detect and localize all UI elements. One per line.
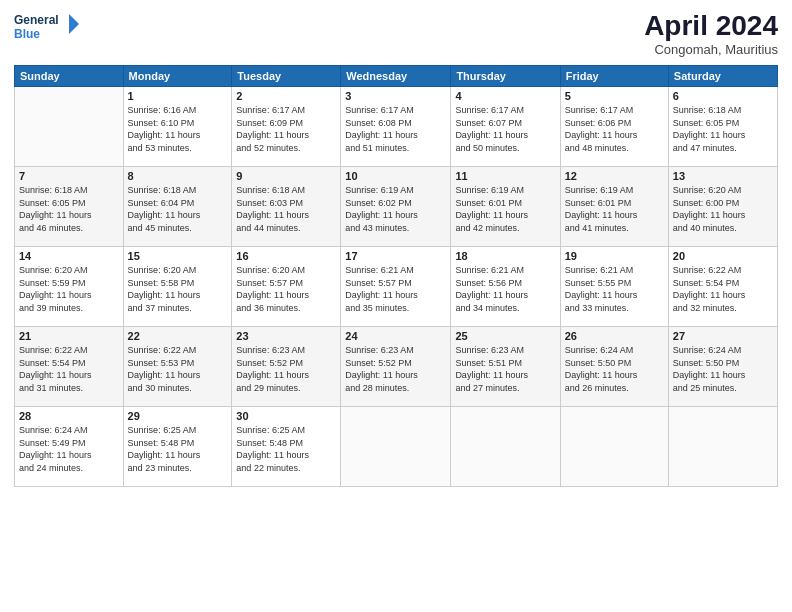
calendar-week-row: 14Sunrise: 6:20 AM Sunset: 5:59 PM Dayli… bbox=[15, 247, 778, 327]
day-info: Sunrise: 6:22 AM Sunset: 5:54 PM Dayligh… bbox=[673, 264, 773, 314]
calendar-week-row: 1Sunrise: 6:16 AM Sunset: 6:10 PM Daylig… bbox=[15, 87, 778, 167]
day-number: 28 bbox=[19, 410, 119, 422]
svg-marker-0 bbox=[69, 14, 79, 34]
day-header-monday: Monday bbox=[123, 66, 232, 87]
day-header-sunday: Sunday bbox=[15, 66, 124, 87]
day-info: Sunrise: 6:22 AM Sunset: 5:53 PM Dayligh… bbox=[128, 344, 228, 394]
calendar-cell: 12Sunrise: 6:19 AM Sunset: 6:01 PM Dayli… bbox=[560, 167, 668, 247]
day-info: Sunrise: 6:25 AM Sunset: 5:48 PM Dayligh… bbox=[128, 424, 228, 474]
day-header-friday: Friday bbox=[560, 66, 668, 87]
day-info: Sunrise: 6:24 AM Sunset: 5:50 PM Dayligh… bbox=[673, 344, 773, 394]
day-info: Sunrise: 6:17 AM Sunset: 6:07 PM Dayligh… bbox=[455, 104, 555, 154]
day-number: 29 bbox=[128, 410, 228, 422]
calendar-cell: 11Sunrise: 6:19 AM Sunset: 6:01 PM Dayli… bbox=[451, 167, 560, 247]
day-info: Sunrise: 6:17 AM Sunset: 6:06 PM Dayligh… bbox=[565, 104, 664, 154]
calendar-cell bbox=[15, 87, 124, 167]
calendar-cell: 22Sunrise: 6:22 AM Sunset: 5:53 PM Dayli… bbox=[123, 327, 232, 407]
calendar-week-row: 21Sunrise: 6:22 AM Sunset: 5:54 PM Dayli… bbox=[15, 327, 778, 407]
location: Congomah, Mauritius bbox=[644, 42, 778, 57]
day-info: Sunrise: 6:20 AM Sunset: 5:57 PM Dayligh… bbox=[236, 264, 336, 314]
calendar-week-row: 28Sunrise: 6:24 AM Sunset: 5:49 PM Dayli… bbox=[15, 407, 778, 487]
day-number: 16 bbox=[236, 250, 336, 262]
day-number: 3 bbox=[345, 90, 446, 102]
calendar-cell: 15Sunrise: 6:20 AM Sunset: 5:58 PM Dayli… bbox=[123, 247, 232, 327]
day-number: 18 bbox=[455, 250, 555, 262]
day-header-tuesday: Tuesday bbox=[232, 66, 341, 87]
month-year: April 2024 bbox=[644, 10, 778, 42]
day-number: 9 bbox=[236, 170, 336, 182]
calendar-cell: 10Sunrise: 6:19 AM Sunset: 6:02 PM Dayli… bbox=[341, 167, 451, 247]
calendar-cell: 19Sunrise: 6:21 AM Sunset: 5:55 PM Dayli… bbox=[560, 247, 668, 327]
general-blue-logo: GeneralBlue bbox=[14, 10, 84, 46]
day-number: 12 bbox=[565, 170, 664, 182]
day-info: Sunrise: 6:20 AM Sunset: 5:59 PM Dayligh… bbox=[19, 264, 119, 314]
calendar-cell: 8Sunrise: 6:18 AM Sunset: 6:04 PM Daylig… bbox=[123, 167, 232, 247]
day-info: Sunrise: 6:18 AM Sunset: 6:03 PM Dayligh… bbox=[236, 184, 336, 234]
day-info: Sunrise: 6:24 AM Sunset: 5:49 PM Dayligh… bbox=[19, 424, 119, 474]
day-info: Sunrise: 6:17 AM Sunset: 6:08 PM Dayligh… bbox=[345, 104, 446, 154]
calendar-cell: 9Sunrise: 6:18 AM Sunset: 6:03 PM Daylig… bbox=[232, 167, 341, 247]
day-info: Sunrise: 6:18 AM Sunset: 6:05 PM Dayligh… bbox=[673, 104, 773, 154]
day-info: Sunrise: 6:23 AM Sunset: 5:51 PM Dayligh… bbox=[455, 344, 555, 394]
svg-text:General: General bbox=[14, 13, 59, 27]
calendar-cell: 1Sunrise: 6:16 AM Sunset: 6:10 PM Daylig… bbox=[123, 87, 232, 167]
day-info: Sunrise: 6:19 AM Sunset: 6:01 PM Dayligh… bbox=[565, 184, 664, 234]
calendar-table: SundayMondayTuesdayWednesdayThursdayFrid… bbox=[14, 65, 778, 487]
calendar-cell bbox=[341, 407, 451, 487]
calendar-cell: 24Sunrise: 6:23 AM Sunset: 5:52 PM Dayli… bbox=[341, 327, 451, 407]
day-info: Sunrise: 6:21 AM Sunset: 5:56 PM Dayligh… bbox=[455, 264, 555, 314]
day-info: Sunrise: 6:20 AM Sunset: 6:00 PM Dayligh… bbox=[673, 184, 773, 234]
day-header-thursday: Thursday bbox=[451, 66, 560, 87]
calendar-cell: 21Sunrise: 6:22 AM Sunset: 5:54 PM Dayli… bbox=[15, 327, 124, 407]
calendar-cell: 20Sunrise: 6:22 AM Sunset: 5:54 PM Dayli… bbox=[668, 247, 777, 327]
calendar-week-row: 7Sunrise: 6:18 AM Sunset: 6:05 PM Daylig… bbox=[15, 167, 778, 247]
day-number: 24 bbox=[345, 330, 446, 342]
calendar-cell: 3Sunrise: 6:17 AM Sunset: 6:08 PM Daylig… bbox=[341, 87, 451, 167]
day-number: 14 bbox=[19, 250, 119, 262]
calendar-cell: 29Sunrise: 6:25 AM Sunset: 5:48 PM Dayli… bbox=[123, 407, 232, 487]
calendar-cell: 18Sunrise: 6:21 AM Sunset: 5:56 PM Dayli… bbox=[451, 247, 560, 327]
calendar-cell: 4Sunrise: 6:17 AM Sunset: 6:07 PM Daylig… bbox=[451, 87, 560, 167]
day-info: Sunrise: 6:18 AM Sunset: 6:04 PM Dayligh… bbox=[128, 184, 228, 234]
calendar-cell bbox=[668, 407, 777, 487]
day-info: Sunrise: 6:19 AM Sunset: 6:01 PM Dayligh… bbox=[455, 184, 555, 234]
day-number: 4 bbox=[455, 90, 555, 102]
day-info: Sunrise: 6:21 AM Sunset: 5:57 PM Dayligh… bbox=[345, 264, 446, 314]
calendar-cell: 26Sunrise: 6:24 AM Sunset: 5:50 PM Dayli… bbox=[560, 327, 668, 407]
calendar-cell: 6Sunrise: 6:18 AM Sunset: 6:05 PM Daylig… bbox=[668, 87, 777, 167]
day-info: Sunrise: 6:18 AM Sunset: 6:05 PM Dayligh… bbox=[19, 184, 119, 234]
day-info: Sunrise: 6:17 AM Sunset: 6:09 PM Dayligh… bbox=[236, 104, 336, 154]
calendar-cell: 13Sunrise: 6:20 AM Sunset: 6:00 PM Dayli… bbox=[668, 167, 777, 247]
day-number: 25 bbox=[455, 330, 555, 342]
day-number: 13 bbox=[673, 170, 773, 182]
day-info: Sunrise: 6:24 AM Sunset: 5:50 PM Dayligh… bbox=[565, 344, 664, 394]
day-info: Sunrise: 6:19 AM Sunset: 6:02 PM Dayligh… bbox=[345, 184, 446, 234]
day-number: 7 bbox=[19, 170, 119, 182]
day-number: 10 bbox=[345, 170, 446, 182]
day-number: 6 bbox=[673, 90, 773, 102]
title-block: April 2024 Congomah, Mauritius bbox=[644, 10, 778, 57]
day-info: Sunrise: 6:25 AM Sunset: 5:48 PM Dayligh… bbox=[236, 424, 336, 474]
day-info: Sunrise: 6:20 AM Sunset: 5:58 PM Dayligh… bbox=[128, 264, 228, 314]
calendar-header-row: SundayMondayTuesdayWednesdayThursdayFrid… bbox=[15, 66, 778, 87]
day-info: Sunrise: 6:23 AM Sunset: 5:52 PM Dayligh… bbox=[236, 344, 336, 394]
calendar-cell: 2Sunrise: 6:17 AM Sunset: 6:09 PM Daylig… bbox=[232, 87, 341, 167]
day-header-wednesday: Wednesday bbox=[341, 66, 451, 87]
calendar-cell: 5Sunrise: 6:17 AM Sunset: 6:06 PM Daylig… bbox=[560, 87, 668, 167]
day-header-saturday: Saturday bbox=[668, 66, 777, 87]
day-number: 27 bbox=[673, 330, 773, 342]
header: GeneralBlue April 2024 Congomah, Mauriti… bbox=[14, 10, 778, 57]
calendar-cell: 7Sunrise: 6:18 AM Sunset: 6:05 PM Daylig… bbox=[15, 167, 124, 247]
calendar-cell bbox=[451, 407, 560, 487]
day-info: Sunrise: 6:21 AM Sunset: 5:55 PM Dayligh… bbox=[565, 264, 664, 314]
svg-text:Blue: Blue bbox=[14, 27, 40, 41]
day-number: 2 bbox=[236, 90, 336, 102]
day-info: Sunrise: 6:16 AM Sunset: 6:10 PM Dayligh… bbox=[128, 104, 228, 154]
day-number: 8 bbox=[128, 170, 228, 182]
calendar-cell: 17Sunrise: 6:21 AM Sunset: 5:57 PM Dayli… bbox=[341, 247, 451, 327]
calendar-cell: 16Sunrise: 6:20 AM Sunset: 5:57 PM Dayli… bbox=[232, 247, 341, 327]
day-number: 15 bbox=[128, 250, 228, 262]
calendar-cell: 27Sunrise: 6:24 AM Sunset: 5:50 PM Dayli… bbox=[668, 327, 777, 407]
calendar-cell: 30Sunrise: 6:25 AM Sunset: 5:48 PM Dayli… bbox=[232, 407, 341, 487]
calendar-cell: 23Sunrise: 6:23 AM Sunset: 5:52 PM Dayli… bbox=[232, 327, 341, 407]
